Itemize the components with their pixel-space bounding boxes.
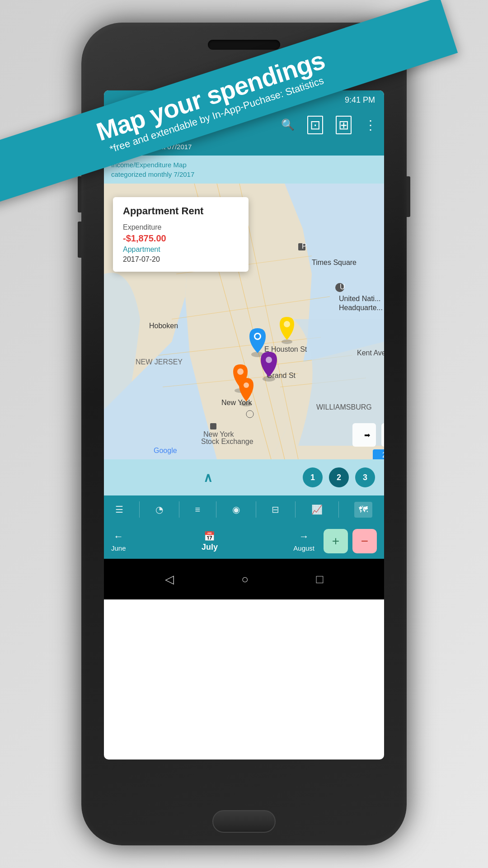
map-pagination-bar: ∧ 1 2 3 bbox=[104, 459, 384, 495]
recent-apps-button[interactable]: □ bbox=[316, 572, 324, 586]
chevron-up-icon[interactable]: ∧ bbox=[203, 470, 213, 485]
pie-chart-icon[interactable]: ◔ bbox=[155, 504, 163, 515]
page-1-button[interactable]: 1 bbox=[303, 467, 323, 487]
list-view-icon[interactable]: ☰ bbox=[115, 504, 123, 515]
current-month-label: 📅 July bbox=[202, 531, 218, 552]
account-title: Checking Account 07/2017 bbox=[111, 143, 192, 151]
svg-text:Stock Exchange: Stock Exchange bbox=[201, 438, 253, 445]
status-bar: 9:41 PM bbox=[104, 90, 384, 109]
month-name: July bbox=[202, 542, 218, 552]
svg-text:NEW JERSEY: NEW JERSEY bbox=[136, 358, 183, 366]
page-dots: 1 2 3 bbox=[303, 467, 375, 487]
remove-transaction-button[interactable]: − bbox=[352, 529, 377, 553]
svg-point-29 bbox=[255, 334, 260, 339]
more-icon[interactable]: ⋮ bbox=[364, 118, 377, 132]
next-month-label: August bbox=[293, 544, 314, 552]
popup-title: Appartment Rent bbox=[123, 205, 239, 217]
svg-point-32 bbox=[282, 340, 292, 344]
phone-camera bbox=[310, 36, 323, 49]
svg-point-36 bbox=[240, 402, 252, 406]
svg-text:Hoboken: Hoboken bbox=[149, 322, 178, 330]
expand-icon[interactable]: ⊡ bbox=[307, 116, 323, 134]
svg-point-33 bbox=[284, 321, 290, 327]
action-buttons: + − bbox=[324, 529, 377, 553]
svg-rect-49 bbox=[210, 423, 216, 429]
phone-speaker bbox=[208, 40, 280, 50]
prev-month-button[interactable]: ← June bbox=[111, 531, 126, 552]
layout-icon[interactable]: ⊞ bbox=[336, 116, 352, 134]
svg-text:P: P bbox=[302, 242, 307, 250]
popup-date: 2017-07-20 bbox=[123, 255, 239, 264]
home-button[interactable]: ○ bbox=[241, 572, 249, 586]
next-month-button[interactable]: → August bbox=[293, 531, 314, 552]
month-nav: ← June 📅 July → August + − bbox=[104, 524, 384, 559]
status-time: 9:41 PM bbox=[345, 95, 375, 105]
map-container[interactable]: Hoboken New York NEW JERSEY Times Square… bbox=[104, 184, 384, 459]
right-arrow-icon: → bbox=[299, 531, 309, 542]
svg-text:Times Square: Times Square bbox=[312, 259, 357, 266]
android-nav: ◁ ○ □ bbox=[104, 559, 384, 599]
svg-text:278: 278 bbox=[382, 451, 384, 459]
donut-chart-icon[interactable]: ◉ bbox=[232, 504, 240, 515]
account-header: Checking Account 07/2017 bbox=[104, 140, 384, 156]
svg-text:➡: ➡ bbox=[364, 431, 370, 439]
svg-point-35 bbox=[237, 368, 244, 375]
svg-text:Kent Ave: Kent Ave bbox=[357, 349, 384, 357]
line-chart-icon[interactable]: 📈 bbox=[311, 504, 323, 515]
bar-list-icon[interactable]: ⊟ bbox=[272, 504, 279, 515]
physical-home-button[interactable] bbox=[212, 810, 276, 833]
map-header-text: Income/Expenditure Map categorized month… bbox=[111, 160, 377, 179]
add-transaction-button[interactable]: + bbox=[324, 529, 348, 553]
map-view-icon[interactable]: 🗺 bbox=[354, 502, 372, 518]
svg-rect-41 bbox=[381, 423, 384, 447]
svg-point-37 bbox=[244, 382, 249, 388]
app-toolbar: 🔍 ⊡ ⊞ ⋮ bbox=[104, 109, 384, 140]
svg-text:Google: Google bbox=[154, 447, 177, 454]
popup-category: Appartment bbox=[123, 245, 239, 254]
page-3-button[interactable]: 3 bbox=[355, 467, 375, 487]
prev-month-label: June bbox=[111, 544, 126, 552]
map-popup[interactable]: Appartment Rent Expenditure -$1,875.00 A… bbox=[113, 197, 249, 272]
search-icon[interactable]: 🔍 bbox=[281, 118, 295, 131]
detail-list-icon[interactable]: ≡ bbox=[195, 505, 201, 515]
popup-type: Expenditure bbox=[123, 223, 239, 231]
svg-text:United Nati...: United Nati... bbox=[339, 295, 380, 302]
svg-text:New York: New York bbox=[203, 430, 235, 438]
page-2-button[interactable]: 2 bbox=[329, 467, 349, 487]
svg-text:Headquarte...: Headquarte... bbox=[339, 304, 383, 311]
svg-point-31 bbox=[266, 357, 272, 363]
bottom-nav-icons: ☰ ◔ ≡ ◉ ⊟ 📈 🗺 bbox=[104, 495, 384, 524]
calendar-icon: 📅 bbox=[204, 531, 215, 542]
svg-text:WILLIAMSBURG: WILLIAMSBURG bbox=[316, 403, 372, 411]
svg-text:U: U bbox=[340, 283, 345, 291]
map-header: Income/Expenditure Map categorized month… bbox=[104, 156, 384, 184]
popup-amount: -$1,875.00 bbox=[123, 233, 239, 244]
back-button[interactable]: ◁ bbox=[165, 572, 174, 586]
left-arrow-icon: ← bbox=[113, 531, 123, 542]
